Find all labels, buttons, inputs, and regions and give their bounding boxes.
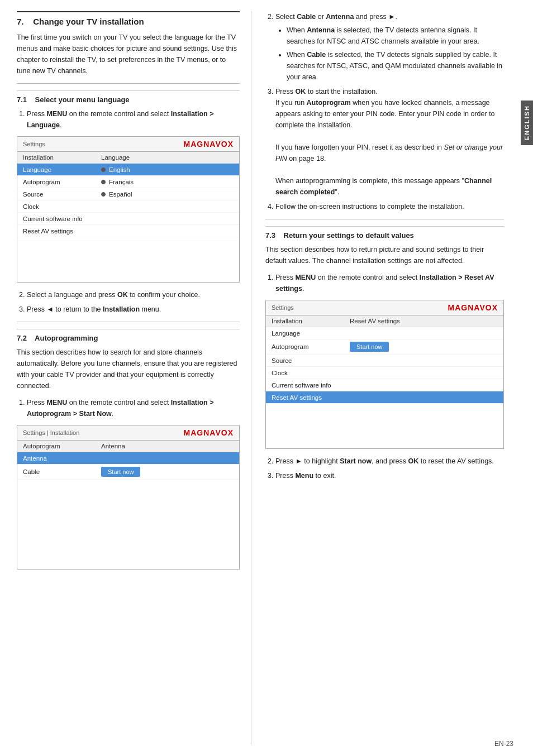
dot-english <box>101 168 106 172</box>
ui-row-autoprogram-3: Autoprogram Start now <box>266 339 503 355</box>
ui-settings-installation: Settings | Installation MAGNAVOX Autopro… <box>17 425 240 570</box>
section73-steps: Press MENU on the remote control and sel… <box>265 272 504 294</box>
ui-row-source: Source Español <box>17 188 239 200</box>
section71-steps-2: Select a language and press OK to confir… <box>17 289 240 315</box>
ui-sub-header-2: Autoprogram Antenna <box>17 441 239 452</box>
section71-step1: Press MENU on the remote control and sel… <box>27 108 240 131</box>
ui-sub-left-3: Installation <box>272 318 350 324</box>
ui-sub-right-1: Language <box>101 154 130 161</box>
right-autoprogram-steps: Select Cable or Antenna and press ►. Whe… <box>265 11 504 212</box>
ui-sub-left-2: Autoprogram <box>23 443 101 449</box>
section7-intro: The first time you switch on your TV you… <box>17 32 240 76</box>
ui-brand-3: MAGNAVOX <box>448 303 498 312</box>
ui-sub-header-3: Installation Reset AV settings <box>266 315 503 327</box>
section72-intro: This section describes how to search for… <box>17 347 240 391</box>
section71-step2: Select a language and press OK to confir… <box>27 289 240 300</box>
section72-steps: Press MENU on the remote control and sel… <box>17 397 240 419</box>
right-column: Select Cable or Antenna and press ►. Whe… <box>251 11 504 745</box>
ui-header-3: Settings MAGNAVOX <box>266 300 503 315</box>
ui-header-1: Settings MAGNAVOX <box>17 137 239 152</box>
section71-steps: Press MENU on the remote control and sel… <box>17 108 240 131</box>
ui-row-reset-av-3: Reset AV settings <box>266 391 503 404</box>
section7-heading: 7. Change your TV installation <box>17 11 240 26</box>
ui-row-antenna: Antenna <box>17 452 239 465</box>
ui-row-language: Language English <box>17 164 239 176</box>
ui-header-2: Settings | Installation MAGNAVOX <box>17 425 239 441</box>
ui-row-current-software: Current software info <box>17 213 239 225</box>
start-now-button-1[interactable]: Start now <box>101 467 140 477</box>
ui-settings-install-label: Settings | Installation <box>23 429 79 436</box>
section73-step3: Press Menu to exit. <box>275 470 504 481</box>
ui-sub-header-1: Installation Language <box>17 152 239 164</box>
ui-empty-1 <box>17 237 239 282</box>
english-tab: ENGLISH <box>521 101 533 145</box>
right-step3: Press OK to start the installation. If y… <box>275 86 504 198</box>
ui-row-source-3: Source <box>266 355 503 367</box>
section73-intro: This section describes how to return pic… <box>265 244 504 266</box>
left-column: 7. Change your TV installation The first… <box>17 11 251 745</box>
start-now-button-2[interactable]: Start now <box>350 342 389 352</box>
ui-brand-1: MAGNAVOX <box>184 140 234 149</box>
ui-row-autoprogram: Autoprogram Français <box>17 176 239 188</box>
ui-row-current-software-3: Current software info <box>266 379 503 391</box>
section72-step1: Press MENU on the remote control and sel… <box>27 397 240 419</box>
ui-settings-reset: Settings MAGNAVOX Installation Reset AV … <box>265 300 504 449</box>
bullet-antenna: When Antenna is selected, the TV detects… <box>287 25 504 47</box>
section73-step2: Press ► to highlight Start now, and pres… <box>275 456 504 467</box>
ui-brand-2: MAGNAVOX <box>184 428 234 437</box>
section72-heading: 7.2 Autoprogramming <box>17 329 240 342</box>
ui-row-cable: Cable Start now <box>17 465 239 480</box>
antenna-cable-bullets: When Antenna is selected, the TV detects… <box>275 25 504 83</box>
section73-steps-2: Press ► to highlight Start now, and pres… <box>265 456 504 481</box>
section71-heading: 7.1 Select your menu language <box>17 90 240 104</box>
ui-sub-right-3: Reset AV settings <box>350 318 400 324</box>
ui-settings-reset-label: Settings <box>272 304 294 311</box>
section73-heading: 7.3 Return your settings to default valu… <box>265 226 504 240</box>
ui-settings-language: Settings MAGNAVOX Installation Language … <box>17 136 240 283</box>
section71-step3: Press ◄ to return to the Installation me… <box>27 304 240 315</box>
dot-francais <box>101 180 106 184</box>
ui-row-clock-3: Clock <box>266 367 503 379</box>
ui-row-reset-av: Reset AV settings <box>17 225 239 237</box>
ui-sub-left-1: Installation <box>23 154 101 161</box>
ui-empty-3 <box>266 404 503 448</box>
ui-row-language-3: Language <box>266 327 503 339</box>
ui-sub-right-2: Antenna <box>101 443 125 449</box>
ui-settings-label: Settings <box>23 141 45 147</box>
bullet-cable: When Cable is selected, the TV detects s… <box>287 49 504 83</box>
right-step2: Select Cable or Antenna and press ►. Whe… <box>275 11 504 83</box>
page-number: EN-23 <box>494 740 513 748</box>
ui-empty-2 <box>17 480 239 569</box>
dot-espanol <box>101 192 106 197</box>
right-step4: Follow the on-screen instructions to com… <box>275 201 504 212</box>
section73-step1: Press MENU on the remote control and sel… <box>275 272 504 294</box>
ui-row-clock: Clock <box>17 200 239 213</box>
